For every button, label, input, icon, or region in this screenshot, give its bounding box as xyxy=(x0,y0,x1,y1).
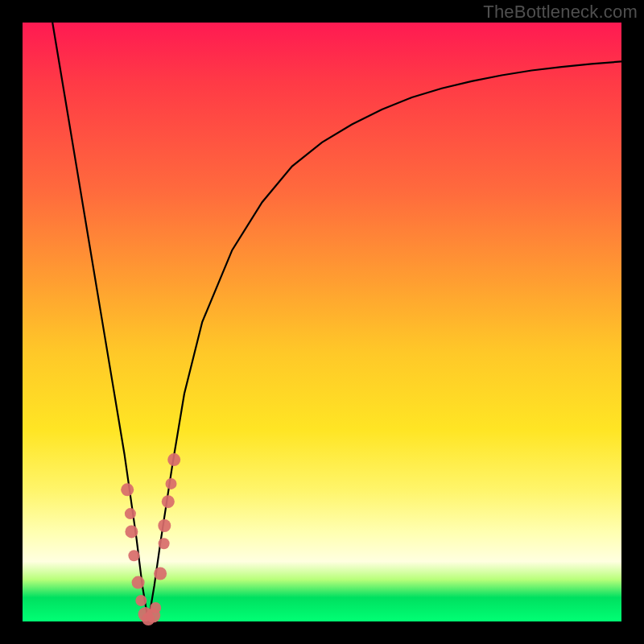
curve-layer xyxy=(23,23,621,621)
marker-dot xyxy=(154,568,167,580)
plot-area xyxy=(23,23,621,621)
marker-dot xyxy=(166,478,177,489)
sample-markers xyxy=(121,453,180,625)
watermark-text: TheBottleneck.com xyxy=(483,2,638,23)
marker-dot xyxy=(135,595,147,606)
marker-dot xyxy=(167,453,180,466)
marker-dot xyxy=(125,525,138,538)
marker-dot xyxy=(150,602,161,613)
marker-dot xyxy=(132,576,145,589)
marker-dot xyxy=(121,483,134,496)
marker-dot xyxy=(128,550,139,561)
marker-dot xyxy=(162,495,175,508)
marker-dot xyxy=(159,538,170,549)
chart-frame: TheBottleneck.com xyxy=(0,0,644,644)
marker-dot xyxy=(158,519,171,532)
marker-dot xyxy=(125,508,136,519)
